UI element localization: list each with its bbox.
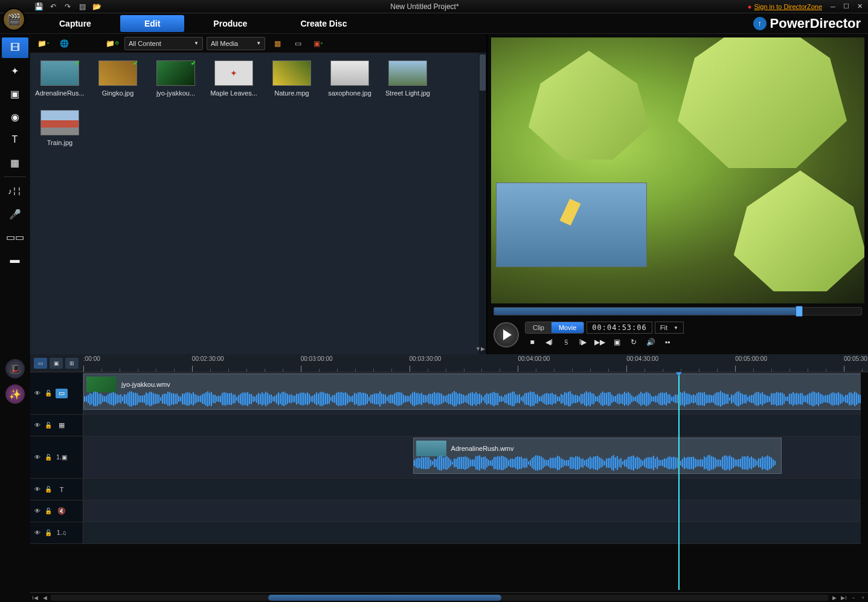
- lock-icon[interactable]: 🔓: [45, 390, 52, 397]
- scroll-right-button[interactable]: ▶: [829, 594, 839, 602]
- media-thumb[interactable]: saxophone.jpg: [327, 60, 372, 97]
- lock-icon[interactable]: 🔓: [45, 486, 52, 493]
- track-body[interactable]: [83, 415, 868, 436]
- chapter-room[interactable]: ▭▭: [2, 227, 28, 247]
- pip-track-1: 👁 🔓 1.▣ AdrenalineRush.wmv: [30, 436, 868, 479]
- upload-icon[interactable]: ↑: [753, 17, 767, 30]
- zoom-fit-dropdown[interactable]: Fit: [655, 322, 684, 334]
- signin-link[interactable]: Sign in to DirectorZone: [748, 3, 822, 10]
- tab-create-disc[interactable]: Create Disc: [276, 15, 371, 32]
- next-frame-button[interactable]: I▶: [576, 336, 590, 348]
- particle-room[interactable]: ◉: [2, 106, 28, 127]
- ruler-label: 00:02:30:00: [192, 355, 224, 362]
- prev-unit-button[interactable]: ⫓: [559, 336, 573, 348]
- track-body[interactable]: [83, 479, 868, 500]
- timeline-clip[interactable]: AdrenalineRush.wmv: [413, 438, 782, 474]
- media-room[interactable]: 🎞: [2, 37, 28, 58]
- view-thumbnails-button[interactable]: ▦: [269, 36, 286, 51]
- tab-produce[interactable]: Produce: [189, 15, 271, 32]
- mode-clip-button[interactable]: Clip: [526, 322, 551, 333]
- audio-mixing-room[interactable]: ♪╎╎: [2, 181, 28, 201]
- prev-frame-button[interactable]: ◀I: [542, 336, 556, 348]
- lock-icon[interactable]: 🔓: [45, 422, 52, 429]
- visibility-icon[interactable]: 👁: [34, 529, 41, 537]
- lock-icon[interactable]: 🔓: [45, 508, 52, 515]
- timeline-main: ▭ ▣ ⊞ :00:0000:02:30:0000:03:00:0000:03:…: [30, 354, 868, 602]
- media-thumb[interactable]: ✔AdrenalineRus...: [37, 60, 82, 97]
- media-thumb[interactable]: ✔Gingko.jpg: [95, 60, 140, 97]
- snapshot-button[interactable]: ▣: [609, 336, 624, 348]
- quality-button[interactable]: ▪▪: [660, 336, 675, 348]
- play-button[interactable]: [493, 322, 519, 348]
- fast-forward-button[interactable]: ▶▶: [593, 336, 607, 348]
- add-to-timeline-button[interactable]: ▣+: [310, 36, 327, 51]
- hscroll-thumb[interactable]: [268, 595, 501, 601]
- download-media-button[interactable]: 🌐: [56, 36, 72, 51]
- track-body[interactable]: jyo-jyakkou.wmv: [83, 372, 868, 414]
- timecode-display[interactable]: 00:04:53:06: [587, 322, 652, 334]
- library-scrollbar[interactable]: [479, 53, 486, 354]
- collapse-library-arrow[interactable]: ▼▶: [475, 346, 485, 352]
- maximize-button[interactable]: ☐: [841, 2, 851, 11]
- mode-movie-button[interactable]: Movie: [551, 322, 583, 333]
- track-body[interactable]: [83, 500, 868, 522]
- open-project-icon[interactable]: 📂: [92, 2, 101, 11]
- minimize-button[interactable]: ─: [828, 2, 838, 11]
- preview-seek-slider[interactable]: [493, 307, 862, 316]
- lock-icon[interactable]: 🔓: [45, 454, 52, 461]
- timeline-clip[interactable]: jyo-jyakkou.wmv: [83, 374, 868, 410]
- media-filter-dropdown[interactable]: All Media: [207, 37, 265, 50]
- track-manager-button[interactable]: ⊞: [65, 358, 79, 369]
- scroll-end-button[interactable]: ▶I: [839, 594, 849, 602]
- thumb-label: Gingko.jpg: [91, 89, 145, 97]
- detect-scenes-button[interactable]: ▭: [289, 36, 306, 51]
- visibility-icon[interactable]: 👁: [34, 508, 41, 515]
- magic-tools-button[interactable]: 🎩: [5, 359, 25, 378]
- transition-room[interactable]: ▦: [2, 152, 28, 173]
- hscroll-track[interactable]: [51, 595, 828, 601]
- pip-room[interactable]: ▣: [2, 83, 28, 104]
- save-icon[interactable]: 💾: [34, 2, 43, 11]
- visibility-icon[interactable]: 👁: [34, 422, 41, 429]
- import-media-button[interactable]: 📁+: [35, 36, 52, 51]
- content-filter-dropdown[interactable]: All Content: [124, 37, 203, 50]
- media-thumb[interactable]: ✔jyo-jyakkou...: [153, 60, 198, 97]
- visibility-icon[interactable]: 👁: [34, 390, 41, 397]
- timeline-ruler[interactable]: :00:0000:02:30:0000:03:00:0000:03:30:000…: [83, 354, 868, 372]
- seek-handle-icon[interactable]: [796, 306, 803, 317]
- preview-viewport[interactable]: [491, 37, 864, 303]
- tab-edit[interactable]: Edit: [120, 15, 184, 32]
- thumb-image: [40, 110, 79, 135]
- title-room[interactable]: T: [2, 129, 28, 150]
- media-thumb[interactable]: Nature.mpg: [269, 60, 314, 97]
- timeline-vscroll[interactable]: [861, 372, 868, 592]
- subtitle-room[interactable]: ▬: [2, 250, 28, 270]
- loop-button[interactable]: ↻: [626, 336, 641, 348]
- timeline-view-button[interactable]: ▭: [34, 358, 47, 369]
- media-thumb[interactable]: Maple Leaves...: [211, 60, 256, 97]
- new-project-icon[interactable]: ▤: [77, 2, 87, 11]
- voiceover-room[interactable]: 🎤: [2, 204, 28, 224]
- redo-icon[interactable]: ↷: [63, 2, 72, 11]
- storyboard-view-button[interactable]: ▣: [50, 358, 63, 369]
- undo-icon[interactable]: ↶: [48, 2, 58, 11]
- close-button[interactable]: ✕: [855, 2, 864, 11]
- scroll-left-button[interactable]: ◀: [40, 594, 50, 602]
- track-body[interactable]: [83, 522, 868, 543]
- zoom-in-button[interactable]: +: [858, 594, 868, 602]
- stop-button[interactable]: ■: [525, 336, 539, 348]
- tab-capture[interactable]: Capture: [35, 15, 115, 32]
- media-thumb[interactable]: Train.jpg: [37, 110, 82, 146]
- zoom-out-button[interactable]: −: [849, 594, 858, 602]
- library-menu-button[interactable]: 📁⚙: [104, 36, 121, 51]
- visibility-icon[interactable]: 👁: [34, 486, 41, 493]
- track-body[interactable]: AdrenalineRush.wmv: [83, 436, 868, 478]
- magic-wand-button[interactable]: ✨: [5, 384, 25, 404]
- lock-icon[interactable]: 🔓: [45, 529, 52, 537]
- media-thumb[interactable]: Street Light.jpg: [385, 60, 430, 97]
- volume-button[interactable]: 🔊: [643, 336, 658, 348]
- visibility-icon[interactable]: 👁: [34, 454, 41, 461]
- scroll-start-button[interactable]: I◀: [30, 594, 40, 602]
- check-icon: ✔: [75, 60, 80, 66]
- effect-room[interactable]: ✦: [2, 60, 28, 81]
